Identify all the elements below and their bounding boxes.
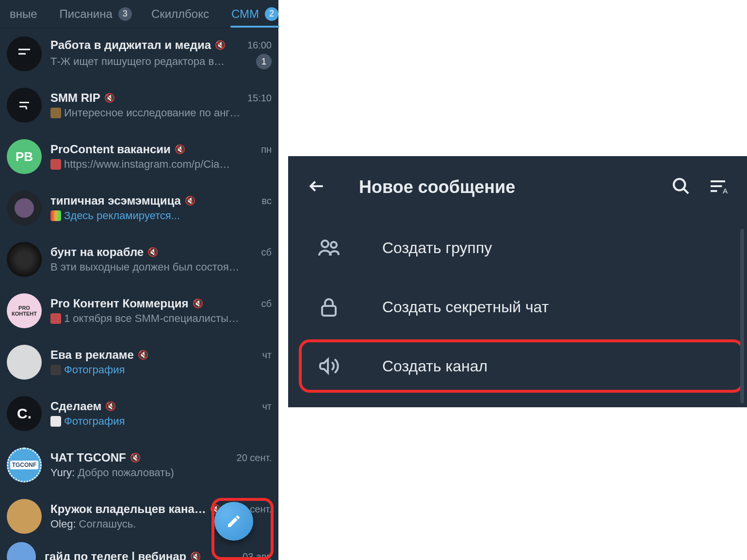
chat-time: чт bbox=[262, 401, 272, 412]
chat-preview-link: Фотография bbox=[64, 364, 125, 376]
chat-title: Ева в рекламе bbox=[50, 348, 134, 362]
chat-title: ProContent вакансии bbox=[50, 143, 171, 156]
chat-row[interactable]: Работа в диджитал и медиа🔇 16:00 Т-Ж ище… bbox=[0, 28, 278, 80]
mute-icon: 🔇 bbox=[185, 195, 195, 206]
option-label: Создать канал bbox=[382, 357, 487, 375]
chat-preview: Т-Ж ищет пишущего редактора в… bbox=[50, 55, 225, 68]
chat-time: сб bbox=[261, 247, 272, 258]
highlight-create-channel bbox=[299, 339, 744, 393]
tab-badge: 2 bbox=[265, 7, 278, 21]
avatar bbox=[7, 542, 36, 560]
chat-title: Pro Контент Коммерция bbox=[50, 297, 189, 310]
chat-time: 20 сент. bbox=[237, 452, 272, 464]
screen-title: Новое сообщение bbox=[359, 177, 654, 197]
chat-title: бунт на корабле bbox=[50, 245, 144, 259]
compose-fab[interactable] bbox=[214, 502, 253, 541]
chat-preview: Соглашусь. bbox=[79, 518, 136, 530]
avatar bbox=[7, 36, 42, 71]
chat-preview: Интересное исследование по анг… bbox=[64, 107, 240, 119]
chat-sender: Oleg: bbox=[50, 518, 76, 530]
pencil-icon bbox=[226, 513, 242, 529]
mute-icon: 🔇 bbox=[175, 144, 185, 155]
tab-item-3[interactable]: СММ2 bbox=[222, 0, 288, 28]
mute-icon: 🔇 bbox=[193, 298, 203, 309]
preview-thumb-icon bbox=[50, 108, 61, 118]
chat-time: чт bbox=[262, 350, 272, 361]
chat-title: гайд по телеге | вебинар bbox=[45, 550, 186, 560]
megaphone-icon bbox=[317, 354, 341, 378]
group-icon bbox=[317, 236, 341, 259]
preview-thumb-icon bbox=[50, 365, 61, 375]
svg-point-2 bbox=[322, 240, 328, 247]
svg-text:A: A bbox=[723, 187, 728, 195]
sort-icon: A bbox=[708, 176, 728, 196]
avatar bbox=[7, 499, 42, 534]
chat-list-panel: вные Писанина3 Скиллбокс СММ2 Работа в д… bbox=[0, 0, 278, 560]
option-create-channel[interactable]: Создать канал bbox=[288, 336, 747, 396]
tab-item-0[interactable]: вные bbox=[0, 0, 50, 28]
chat-time: 15:10 bbox=[247, 93, 272, 104]
chat-time: 16:00 bbox=[247, 40, 272, 51]
mute-icon: 🔇 bbox=[130, 452, 141, 463]
chat-title: Сделаем bbox=[50, 400, 101, 413]
option-label: Создать секретный чат bbox=[382, 298, 549, 316]
preview-thumb-icon bbox=[50, 210, 61, 221]
new-message-screen: Новое сообщение A Создать группу Создать… bbox=[288, 156, 747, 407]
chat-preview: https://www.instagram.com/p/Cia… bbox=[64, 158, 230, 171]
tab-badge: 3 bbox=[118, 7, 132, 21]
unread-badge: 1 bbox=[256, 54, 272, 69]
tab-item-2[interactable]: Скиллбокс bbox=[142, 0, 222, 28]
svg-point-3 bbox=[331, 242, 337, 248]
chat-time: вс bbox=[262, 195, 272, 207]
chat-row[interactable]: С. Сделаем🔇 чт Фотография bbox=[0, 388, 278, 439]
avatar: PRO КОНТЕНТ bbox=[7, 293, 42, 328]
chat-preview: 1 октября все SMM-специалисты… bbox=[64, 312, 239, 325]
search-button[interactable] bbox=[671, 176, 691, 198]
option-label: Создать группу bbox=[382, 239, 492, 257]
chat-title: Кружок владельцев кана… bbox=[50, 502, 206, 516]
back-button[interactable] bbox=[308, 177, 326, 197]
chat-preview-link: Здесь рекламируется... bbox=[64, 209, 180, 222]
preview-thumb-icon bbox=[50, 159, 61, 170]
avatar bbox=[7, 242, 42, 277]
chat-row[interactable]: PB ProContent вакансии🔇 пн https://www.i… bbox=[0, 131, 278, 182]
search-icon bbox=[671, 176, 691, 196]
avatar: С. bbox=[7, 396, 42, 431]
scrollbar[interactable] bbox=[740, 229, 744, 403]
lock-icon bbox=[317, 295, 341, 319]
chat-sender: Yury: bbox=[50, 466, 75, 479]
chat-row[interactable]: Ева в рекламе🔇 чт Фотография bbox=[0, 336, 278, 388]
chat-preview: Добро пожаловать) bbox=[78, 466, 174, 479]
chat-preview: В эти выходные должен был состоя… bbox=[50, 261, 240, 273]
chat-title: типичная эсэмэмщица bbox=[50, 194, 181, 208]
mute-icon: 🔇 bbox=[104, 93, 115, 103]
avatar bbox=[7, 88, 42, 123]
option-create-group[interactable]: Создать группу bbox=[288, 218, 747, 277]
chat-row[interactable]: TGCONF ЧАТ TGCONF🔇 20 сент. Yury: Добро … bbox=[0, 439, 278, 491]
preview-thumb-icon bbox=[50, 313, 61, 324]
svg-rect-4 bbox=[322, 306, 336, 316]
chat-row[interactable]: PRO КОНТЕНТ Pro Контент Коммерция🔇 сб 1 … bbox=[0, 285, 278, 336]
avatar: TGCONF bbox=[7, 448, 42, 482]
chat-preview-link: Фотография bbox=[64, 415, 125, 428]
chat-time: 03 авг. bbox=[243, 551, 272, 560]
mute-icon: 🔇 bbox=[215, 40, 226, 50]
chat-title: ЧАТ TGCONF bbox=[50, 451, 126, 464]
mute-icon: 🔇 bbox=[138, 350, 148, 360]
chat-row[interactable]: гайд по телеге | вебинар🔇 03 авг. bbox=[0, 542, 278, 560]
chat-row[interactable]: SMM RIP🔇 15:10 Интересное исследование п… bbox=[0, 80, 278, 131]
mute-icon: 🔇 bbox=[105, 401, 116, 412]
chat-list[interactable]: Работа в диджитал и медиа🔇 16:00 Т-Ж ище… bbox=[0, 28, 278, 560]
option-create-secret-chat[interactable]: Создать секретный чат bbox=[288, 277, 747, 336]
new-message-header: Новое сообщение A bbox=[288, 156, 747, 218]
mute-icon: 🔇 bbox=[147, 247, 158, 257]
mute-icon: 🔇 bbox=[190, 551, 201, 560]
chat-time: пн bbox=[261, 144, 272, 155]
sort-button[interactable]: A bbox=[708, 176, 728, 198]
svg-point-0 bbox=[674, 179, 685, 190]
tab-item-1[interactable]: Писанина3 bbox=[50, 0, 142, 28]
chat-row[interactable]: типичная эсэмэмщица🔇 вс Здесь рекламируе… bbox=[0, 182, 278, 234]
chat-row[interactable]: бунт на корабле🔇 сб В эти выходные долже… bbox=[0, 234, 278, 285]
folder-tabs: вные Писанина3 Скиллбокс СММ2 bbox=[0, 0, 278, 28]
avatar bbox=[7, 191, 42, 225]
